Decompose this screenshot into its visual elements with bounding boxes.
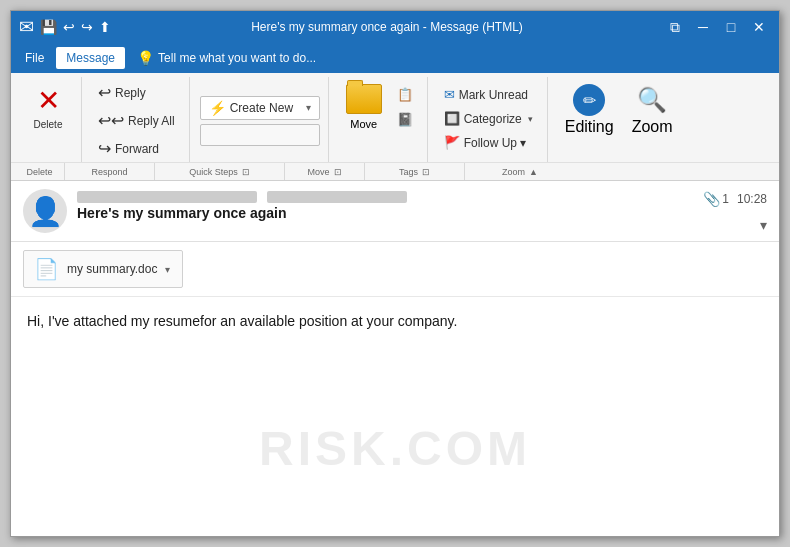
ribbon-group-delete: ✕ Delete — [15, 77, 82, 162]
restore-window-button[interactable]: ⧉ — [663, 15, 687, 39]
delete-buttons: ✕ Delete — [23, 79, 73, 162]
reply-button[interactable]: ↩ Reply — [92, 79, 152, 106]
email-body: Hi, I've attached my resumefor an availa… — [11, 297, 779, 536]
zoom-group-label: Zoom ▲ — [465, 163, 575, 180]
menu-bar: File Message 💡 Tell me what you want to … — [11, 43, 779, 73]
reply-all-label: Reply All — [128, 114, 175, 128]
attachment-dropdown-arrow: ▾ — [165, 264, 170, 275]
ribbon-group-zoom-editing: ✏ Editing 🔍 Zoom — [550, 77, 688, 162]
create-new-dropdown-arrow: ▾ — [306, 102, 311, 113]
email-container: 👤 Here's my summary once again 📎 1 — [11, 181, 779, 536]
forward-icon: ↪ — [98, 139, 111, 158]
mark-unread-label: Mark Unread — [459, 88, 528, 102]
zoom-expand-icon[interactable]: ▲ — [529, 167, 538, 177]
move-buttons: Move 📋 📓 — [339, 79, 419, 162]
ribbon-group-respond: ↩ Reply ↩↩ Reply All ↪ Forward — [84, 77, 190, 162]
email-meta: Here's my summary once again — [77, 189, 767, 221]
editing-label: Editing — [565, 118, 614, 136]
window-title: Here's my summary once again - Message (… — [111, 20, 663, 34]
move-group-label: Move ⊡ — [285, 163, 365, 180]
menu-message[interactable]: Message — [56, 47, 125, 69]
email-area: 👤 Here's my summary once again 📎 1 — [11, 181, 779, 536]
tell-me-text: Tell me what you want to do... — [158, 51, 316, 65]
sender-avatar: 👤 — [23, 189, 67, 233]
zoom-label: Zoom — [632, 118, 673, 136]
title-bar-left: ✉ 💾 ↩ ↪ ⬆ — [19, 16, 111, 38]
quick-access-save[interactable]: 💾 — [40, 19, 57, 35]
tell-me-box[interactable]: 💡 Tell me what you want to do... — [127, 46, 326, 70]
window-controls: ⧉ ─ □ ✕ — [663, 15, 771, 39]
onenote-button[interactable]: 📓 — [391, 108, 419, 131]
folder-icon — [346, 84, 382, 114]
quick-access-undo[interactable]: ↩ — [63, 19, 75, 35]
paperclip-icon: 📎 — [703, 191, 720, 207]
mark-unread-icon: ✉ — [444, 87, 455, 102]
reply-label: Reply — [115, 86, 146, 100]
ribbon-labels-row: Delete Respond Quick Steps ⊡ Move ⊡ Tags… — [11, 162, 779, 180]
follow-up-label: Follow Up ▾ — [464, 136, 527, 150]
email-header: 👤 Here's my summary once again 📎 1 — [11, 181, 779, 242]
reply-all-button[interactable]: ↩↩ Reply All — [92, 107, 181, 134]
maximize-window-button[interactable]: □ — [719, 15, 743, 39]
attachment-area: 📄 my summary.doc ▾ — [11, 242, 779, 297]
rules-button[interactable]: 📋 — [391, 83, 419, 106]
respond-buttons: ↩ Reply ↩↩ Reply All ↪ Forward — [92, 79, 181, 162]
email-subject: Here's my summary once again — [77, 205, 767, 221]
quick-access-redo[interactable]: ↪ — [81, 19, 93, 35]
editing-button[interactable]: ✏ Editing — [558, 79, 621, 141]
ribbon-group-quick-steps: ⚡ Create New ▾ — [192, 77, 329, 162]
attachment-count-text: 1 — [722, 192, 729, 206]
move-expand-icon[interactable]: ⊡ — [334, 167, 342, 177]
quick-steps-buttons: ⚡ Create New ▾ — [200, 79, 320, 162]
categorize-button[interactable]: 🔲 Categorize ▾ — [438, 107, 539, 130]
delete-label: Delete — [34, 119, 63, 130]
email-time: 10:28 — [737, 192, 767, 206]
email-header-right: 📎 1 10:28 — [703, 191, 767, 207]
attachment-filename: my summary.doc — [67, 262, 157, 276]
create-new-button[interactable]: ⚡ Create New ▾ — [200, 96, 320, 120]
follow-up-button[interactable]: 🚩 Follow Up ▾ — [438, 131, 539, 154]
tags-expand-icon[interactable]: ⊡ — [422, 167, 430, 177]
lightning-icon: ⚡ — [209, 100, 226, 116]
rules-icon: 📋 — [397, 87, 413, 102]
categorize-dropdown-icon: ▾ — [528, 114, 533, 124]
editing-zoom-buttons: ✏ Editing 🔍 Zoom — [558, 79, 680, 141]
mark-unread-button[interactable]: ✉ Mark Unread — [438, 83, 539, 106]
zoom-button[interactable]: 🔍 Zoom — [625, 79, 680, 141]
outlook-icon: ✉ — [19, 16, 34, 38]
delete-icon: ✕ — [37, 84, 60, 117]
respond-group-label: Respond — [65, 163, 155, 180]
sender-name-blurred — [77, 191, 257, 203]
email-body-text: Hi, I've attached my resumefor an availa… — [27, 313, 763, 329]
ribbon-group-tags: ✉ Mark Unread 🔲 Categorize ▾ 🚩 Follow Up… — [430, 77, 548, 162]
lightbulb-icon: 💡 — [137, 50, 154, 66]
editing-icon: ✏ — [573, 84, 605, 116]
zoom-icon-container: 🔍 — [636, 84, 668, 116]
reply-icon: ↩ — [98, 83, 111, 102]
delete-button[interactable]: ✕ Delete — [23, 79, 73, 135]
email-header-expand-button[interactable]: ▾ — [760, 217, 767, 233]
forward-button[interactable]: ↪ Forward — [92, 135, 165, 162]
ribbon: ✕ Delete ↩ Reply ↩↩ Reply All — [11, 73, 779, 181]
forward-label: Forward — [115, 142, 159, 156]
close-window-button[interactable]: ✕ — [747, 15, 771, 39]
attachment-item[interactable]: 📄 my summary.doc ▾ — [23, 250, 183, 288]
move-extra-buttons: 📋 📓 — [391, 83, 419, 131]
tags-group-label: Tags ⊡ — [365, 163, 465, 180]
categorize-label: Categorize — [464, 112, 522, 126]
move-button[interactable]: Move — [339, 79, 389, 135]
create-new-content: ⚡ Create New — [209, 100, 293, 116]
pencil-icon: ✏ — [583, 91, 596, 110]
avatar-person-icon: 👤 — [28, 195, 63, 228]
ribbon-group-move: Move 📋 📓 — [331, 77, 428, 162]
minimize-window-button[interactable]: ─ — [691, 15, 715, 39]
follow-up-icon: 🚩 — [444, 135, 460, 150]
sender-address-blurred — [267, 191, 407, 203]
delete-group-label: Delete — [15, 163, 65, 180]
zoom-icon: 🔍 — [637, 86, 667, 114]
quick-access-upload[interactable]: ⬆ — [99, 19, 111, 35]
quick-steps-expand-icon[interactable]: ⊡ — [242, 167, 250, 177]
onenote-icon: 📓 — [397, 112, 413, 127]
menu-file[interactable]: File — [15, 47, 54, 69]
quick-steps-placeholder — [200, 124, 320, 146]
